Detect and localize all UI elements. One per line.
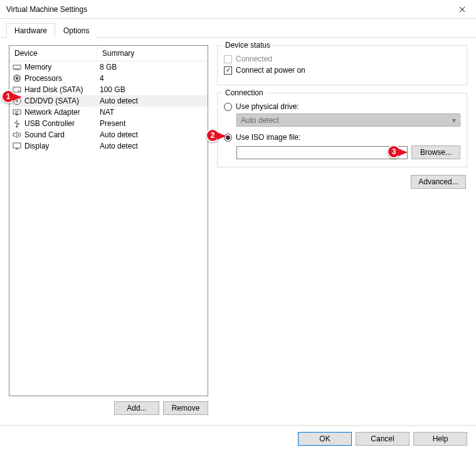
header-device[interactable]: Device [9, 46, 97, 61]
device-summary: Auto detect [97, 97, 208, 105]
device-list-body: Memory8 GBProcessors4Hard Disk (SATA)100… [9, 61, 208, 396]
device-name: USB Controller [24, 119, 75, 128]
use-physical-label: Use physical drive: [236, 102, 299, 111]
svg-rect-12 [13, 143, 21, 148]
use-iso-label: Use ISO image file: [236, 133, 300, 142]
right-panel: Device status Connected ✓ Connect at pow… [217, 45, 467, 415]
physical-drive-dropdown: Auto detect ▾ [236, 113, 460, 127]
footer: OK Cancel Help [0, 425, 476, 452]
device-name: Display [24, 142, 49, 150]
svg-point-10 [14, 122, 16, 124]
device-list-header: Device Summary [9, 46, 208, 61]
device-row-cd-dvd-sata-[interactable]: CD/DVD (SATA)Auto detect [9, 95, 208, 107]
device-name: Hard Disk (SATA) [24, 85, 83, 94]
device-row-usb-controller[interactable]: USB ControllerPresent [9, 118, 208, 129]
device-status-legend: Device status [223, 41, 273, 50]
header-summary[interactable]: Summary [97, 46, 208, 61]
connected-label: Connected [236, 55, 272, 63]
device-row-memory[interactable]: Memory8 GB [9, 61, 208, 73]
advanced-button[interactable]: Advanced... [411, 175, 466, 189]
tab-options[interactable]: Options [55, 23, 97, 38]
device-row-network-adapter[interactable]: Network AdapterNAT [9, 107, 208, 118]
help-button[interactable]: Help [413, 432, 467, 446]
content-area: Device Summary Memory8 GBProcessors4Hard… [0, 38, 476, 420]
device-summary: 100 GB [97, 85, 208, 94]
display-icon [12, 141, 22, 151]
window-title: Virtual Machine Settings [6, 5, 87, 14]
device-name: Memory [24, 63, 51, 71]
svg-rect-2 [16, 77, 18, 80]
callout-3: 3 [387, 145, 401, 159]
network-icon [12, 107, 22, 117]
device-summary: 8 GB [97, 63, 208, 71]
iso-path-input[interactable] [236, 146, 408, 159]
remove-button[interactable]: Remove [163, 401, 208, 415]
device-summary: Auto detect [97, 130, 208, 139]
svg-rect-0 [13, 65, 21, 69]
connection-legend: Connection [223, 88, 266, 97]
use-iso-row[interactable]: Use ISO image file: [224, 133, 460, 142]
device-summary: Present [97, 119, 208, 128]
physical-drive-value: Auto detect [241, 116, 279, 125]
connected-row: Connected [224, 55, 460, 63]
device-row-hard-disk-sata-[interactable]: Hard Disk (SATA)100 GB [9, 84, 208, 95]
ok-button[interactable]: OK [298, 432, 352, 446]
svg-rect-3 [13, 87, 21, 92]
cancel-button[interactable]: Cancel [356, 432, 410, 446]
device-row-sound-card[interactable]: Sound CardAuto detect [9, 129, 208, 140]
svg-rect-8 [16, 114, 18, 115]
device-name: Sound Card [24, 130, 65, 139]
device-summary: 4 [97, 74, 208, 83]
use-physical-row[interactable]: Use physical drive: [224, 102, 460, 111]
left-buttons: Add... Remove [9, 401, 208, 415]
titlebar: Virtual Machine Settings [0, 0, 476, 19]
chevron-down-icon: ▾ [452, 116, 456, 125]
connect-poweron-checkbox[interactable]: ✓ [224, 66, 232, 75]
device-summary: NAT [97, 108, 208, 117]
tabs: Hardware Options [0, 19, 476, 38]
memory-icon [12, 62, 22, 72]
close-icon [459, 6, 465, 13]
callout-1: 1 [1, 90, 15, 103]
usb-icon [12, 118, 22, 129]
close-button[interactable] [448, 0, 476, 19]
tab-hardware[interactable]: Hardware [6, 23, 55, 38]
svg-point-9 [16, 126, 18, 128]
device-name: Network Adapter [24, 108, 80, 117]
connected-checkbox [224, 55, 232, 63]
left-panel: Device Summary Memory8 GBProcessors4Hard… [9, 45, 208, 415]
device-name: Processors [24, 74, 62, 83]
device-row-display[interactable]: DisplayAuto detect [9, 140, 208, 152]
device-status-group: Device status Connected ✓ Connect at pow… [217, 45, 467, 85]
connection-group: Connection Use physical drive: Auto dete… [217, 93, 467, 167]
device-list: Device Summary Memory8 GBProcessors4Hard… [9, 45, 208, 396]
use-physical-radio[interactable] [224, 103, 232, 111]
svg-rect-11 [18, 124, 19, 125]
callout-2: 2 [206, 129, 219, 142]
device-row-processors[interactable]: Processors4 [9, 73, 208, 84]
iso-row: Browse... [236, 145, 460, 159]
connect-poweron-label: Connect at power on [236, 66, 305, 75]
sound-icon [12, 130, 22, 140]
device-summary: Auto detect [97, 142, 208, 150]
processor-icon [12, 73, 22, 83]
svg-point-4 [18, 90, 19, 92]
browse-button[interactable]: Browse... [411, 145, 460, 159]
advanced-row: Advanced... [217, 175, 467, 189]
connect-poweron-row[interactable]: ✓ Connect at power on [224, 66, 460, 75]
device-name: CD/DVD (SATA) [24, 97, 79, 105]
add-button[interactable]: Add... [114, 401, 159, 415]
